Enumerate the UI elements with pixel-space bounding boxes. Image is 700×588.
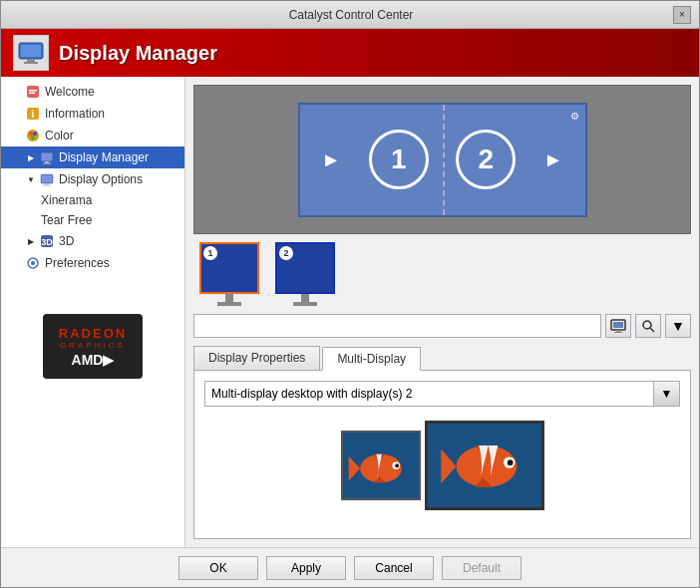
display-preview: ► 1 2 ► ⚙	[193, 85, 691, 234]
monitor-stand-1	[225, 294, 233, 302]
sidebar-label-display-manager: Display Manager	[59, 150, 149, 164]
arrow-right-icon: ►	[543, 148, 563, 171]
tab-display-properties[interactable]: Display Properties	[193, 346, 320, 370]
svg-text:3D: 3D	[41, 237, 53, 247]
preview-settings-icon[interactable]: ⚙	[570, 111, 579, 122]
svg-rect-19	[45, 183, 49, 185]
window-title: Catalyst Control Center	[29, 8, 673, 22]
multi-display-arrow[interactable]: ▼	[654, 381, 680, 407]
arrow-left-icon: ►	[321, 148, 341, 171]
monitor-1-circle: 1	[369, 130, 429, 189]
fish-images	[204, 417, 680, 514]
svg-text:i: i	[32, 109, 35, 120]
svg-rect-16	[43, 163, 51, 164]
monitor-thumb-2[interactable]: 2	[275, 242, 335, 294]
information-icon: i	[25, 106, 41, 122]
monitor-thumb-1-num: 1	[203, 246, 217, 260]
svg-rect-18	[42, 175, 52, 182]
footer: OK Apply Cancel Default	[1, 547, 699, 587]
svg-rect-2	[27, 59, 35, 62]
tab-content: Multi-display desktop with display(s) 2 …	[193, 371, 691, 539]
sidebar-item-preferences[interactable]: Preferences	[1, 252, 184, 274]
sidebar: Welcome i Information Color ▶ Display Ma	[1, 77, 185, 547]
svg-rect-28	[613, 322, 623, 328]
sidebar-item-display-manager[interactable]: ▶ Display Manager	[1, 147, 184, 168]
display-divider	[443, 105, 445, 215]
content-area: Welcome i Information Color ▶ Display Ma	[1, 77, 699, 547]
main-panel: ► 1 2 ► ⚙ 1	[185, 77, 699, 547]
tabs: Display Properties Multi-Display	[193, 346, 691, 371]
expand-arrow-do: ▼	[25, 173, 37, 185]
sidebar-item-3d[interactable]: ▶ 3D 3D	[1, 230, 184, 252]
preview-inner: ► 1 2 ► ⚙	[298, 103, 587, 217]
svg-rect-30	[614, 332, 622, 333]
tab-multi-display[interactable]: Multi-Display	[322, 347, 421, 371]
sidebar-label-xinerama: Xinerama	[41, 193, 92, 207]
svg-rect-6	[29, 93, 35, 95]
3d-icon: 3D	[39, 233, 55, 249]
svg-point-46	[507, 459, 513, 465]
svg-point-24	[31, 261, 35, 265]
svg-rect-15	[45, 161, 49, 163]
sidebar-label-display-options: Display Options	[59, 172, 143, 186]
amd-text: AMD▶	[72, 352, 115, 368]
header-title: Display Manager	[59, 42, 217, 65]
multi-display-select[interactable]: Multi-display desktop with display(s) 2	[204, 381, 654, 407]
title-bar: Catalyst Control Center ×	[1, 1, 699, 29]
display-dropdown-row: 1. [HP LP2465] AMD Radeon R9 200 Series	[193, 314, 691, 338]
svg-rect-25	[211, 255, 247, 281]
sidebar-item-color[interactable]: Color	[1, 125, 184, 147]
display-more-btn[interactable]: ▼	[665, 314, 691, 338]
graphics-text: GRAPHICS	[60, 341, 126, 350]
expand-arrow-dm: ▶	[25, 151, 37, 163]
display-settings-btn[interactable]	[605, 314, 631, 338]
monitor-thumb-1-base: 1	[193, 242, 265, 306]
sidebar-label-information: Information	[45, 107, 105, 121]
svg-point-11	[33, 132, 37, 136]
svg-point-12	[31, 136, 35, 140]
ok-button[interactable]: OK	[178, 556, 258, 580]
svg-rect-14	[42, 153, 52, 160]
display-options-icon	[39, 171, 55, 187]
default-button[interactable]: Default	[442, 556, 522, 580]
display-manager-icon	[39, 149, 55, 165]
sidebar-label-welcome: Welcome	[45, 85, 95, 99]
svg-point-10	[29, 132, 33, 136]
sidebar-item-information[interactable]: i Information	[1, 103, 184, 125]
monitor-thumb-2-num: 2	[279, 246, 293, 260]
sidebar-item-tear-free[interactable]: Tear Free	[1, 210, 184, 230]
monitor-foot-1	[217, 302, 241, 306]
cancel-button[interactable]: Cancel	[354, 556, 434, 580]
svg-rect-29	[616, 330, 620, 332]
sidebar-item-display-options[interactable]: ▼ Display Options	[1, 168, 184, 190]
main-window: Catalyst Control Center × Display Manage…	[0, 0, 700, 588]
header-bar: Display Manager	[1, 29, 699, 77]
sidebar-label-preferences: Preferences	[45, 256, 110, 270]
preferences-icon	[25, 255, 41, 271]
monitor-stand-2	[301, 294, 309, 302]
multi-display-dropdown-row: Multi-display desktop with display(s) 2 …	[204, 381, 680, 407]
monitor-thumb-1[interactable]: 1	[199, 242, 259, 294]
svg-line-32	[650, 328, 654, 332]
fish-image-1	[341, 431, 421, 500]
close-button[interactable]: ×	[673, 6, 691, 24]
expand-arrow-3d: ▶	[25, 235, 37, 247]
svg-rect-3	[24, 62, 38, 64]
display-select[interactable]: 1. [HP LP2465] AMD Radeon R9 200 Series	[193, 314, 601, 338]
display-search-btn[interactable]	[635, 314, 661, 338]
monitor-thumb-2-base: 2	[269, 242, 341, 306]
radeon-logo: RADEON GRAPHICS AMD▶	[43, 314, 143, 379]
monitor-2-circle: 2	[456, 130, 516, 189]
apply-button[interactable]: Apply	[266, 556, 346, 580]
svg-point-31	[643, 321, 651, 329]
sidebar-item-welcome[interactable]: Welcome	[1, 81, 184, 103]
header-icon	[13, 35, 49, 71]
logo-area: RADEON GRAPHICS AMD▶	[1, 274, 184, 387]
svg-rect-4	[27, 86, 39, 98]
sidebar-label-color: Color	[45, 129, 74, 143]
svg-rect-5	[29, 90, 37, 92]
radeon-text: RADEON	[59, 326, 127, 341]
sidebar-item-xinerama[interactable]: Xinerama	[1, 190, 184, 210]
sidebar-label-3d: 3D	[59, 234, 74, 248]
svg-point-39	[395, 463, 399, 467]
